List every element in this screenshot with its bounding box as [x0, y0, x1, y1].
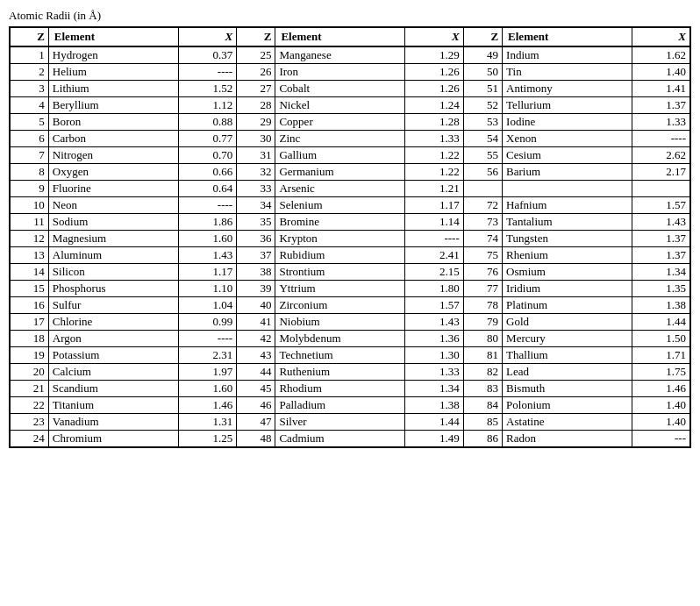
page-container: Atomic Radii (in Å) Z Element X Z Elemen… [9, 9, 691, 448]
atomic-number: 19 [10, 347, 48, 364]
atomic-radius: 1.26 [405, 64, 464, 81]
atomic-number: 25 [237, 46, 275, 64]
atomic-number: 39 [237, 281, 275, 297]
element-name: Tungsten [503, 231, 632, 247]
header-element2: Element [275, 27, 405, 46]
atomic-radius: 0.99 [178, 314, 237, 331]
atomic-number: 76 [463, 264, 502, 281]
atomic-radius: --- [632, 431, 690, 448]
atomic-number: 50 [463, 64, 502, 81]
element-name: Cobalt [275, 81, 405, 97]
element-name: Astatine [503, 414, 632, 431]
atomic-radius: ---- [632, 131, 690, 147]
header-x1: X [178, 27, 237, 46]
atomic-number: 77 [463, 281, 502, 297]
atomic-number: 35 [237, 214, 275, 231]
atomic-radius: 1.52 [178, 81, 237, 97]
atomic-number: 26 [237, 64, 275, 81]
table-row: 15Phosphorus1.1039Yttrium1.8077Iridium1.… [10, 281, 690, 297]
table-row: 17Chlorine0.9941Niobium1.4379Gold1.44 [10, 314, 690, 331]
element-name: Argon [48, 331, 178, 347]
atomic-radius: 1.33 [405, 364, 464, 381]
element-name: Radon [503, 431, 632, 448]
element-name: Germanium [275, 164, 405, 181]
atomic-radius: 1.12 [178, 97, 237, 114]
atomic-number: 9 [10, 181, 48, 197]
atomic-radius: 1.75 [632, 364, 690, 381]
atomic-number: 53 [463, 114, 502, 131]
atomic-number: 22 [10, 397, 48, 414]
atomic-radius: ---- [178, 64, 237, 81]
atomic-radius: 1.37 [632, 97, 690, 114]
element-name: Beryllium [48, 97, 178, 114]
atomic-number: 27 [237, 81, 275, 97]
atomic-number: 46 [237, 397, 275, 414]
element-name: Osmium [503, 264, 632, 281]
atomic-number: 80 [463, 331, 502, 347]
element-name: Titanium [48, 397, 178, 414]
table-row: 1Hydrogen0.3725Manganese1.2949Indium1.62 [10, 46, 690, 64]
atomic-radius: 0.88 [178, 114, 237, 131]
table-row: 8Oxygen0.6632Germanium1.2256Barium2.17 [10, 164, 690, 181]
atomic-radius: 0.66 [178, 164, 237, 181]
element-name: Mercury [503, 331, 632, 347]
element-name: Hafnium [503, 197, 632, 214]
table-row: 24Chromium1.2548Cadmium1.4986Radon--- [10, 431, 690, 448]
atomic-radius: 0.77 [178, 131, 237, 147]
atomic-number: 18 [10, 331, 48, 347]
atomic-number: 8 [10, 164, 48, 181]
atomic-radius: 1.31 [178, 414, 237, 431]
element-name: Carbon [48, 131, 178, 147]
atomic-number: 72 [463, 197, 502, 214]
atomic-radius [632, 181, 690, 197]
element-name: Manganese [275, 46, 405, 64]
atomic-number: 28 [237, 97, 275, 114]
atomic-number: 83 [463, 381, 502, 397]
element-name: Tin [503, 64, 632, 81]
element-name: Iridium [503, 281, 632, 297]
atomic-radii-table: Z Element X Z Element X Z Element X 1Hyd… [9, 26, 691, 448]
element-name: Platinum [503, 297, 632, 314]
table-row: 18Argon----42Molybdenum1.3680Mercury1.50 [10, 331, 690, 347]
atomic-number: 36 [237, 231, 275, 247]
element-name: Bromine [275, 214, 405, 231]
element-name: Rhodium [275, 381, 405, 397]
element-name: Cadmium [275, 431, 405, 448]
atomic-number: 30 [237, 131, 275, 147]
atomic-radius: 1.21 [405, 181, 464, 197]
element-name: Tantalium [503, 214, 632, 231]
table-row: 13Aluminum1.4337Rubidium2.4175Rhenium1.3… [10, 247, 690, 264]
element-name: Hydrogen [48, 46, 178, 64]
element-name: Rubidium [275, 247, 405, 264]
header-z1: Z [10, 27, 48, 46]
atomic-radius: 1.44 [632, 314, 690, 331]
element-name: Sulfur [48, 297, 178, 314]
element-name: Gold [503, 314, 632, 331]
atomic-radius: 1.71 [632, 347, 690, 364]
element-name: Vanadium [48, 414, 178, 431]
atomic-number: 10 [10, 197, 48, 214]
atomic-radius: 1.29 [405, 46, 464, 64]
header-z3: Z [463, 27, 502, 46]
element-name: Niobium [275, 314, 405, 331]
atomic-radius: 1.40 [632, 64, 690, 81]
header-z2: Z [237, 27, 275, 46]
atomic-radius: 1.37 [632, 231, 690, 247]
atomic-number: 11 [10, 214, 48, 231]
atomic-radius: 1.57 [632, 197, 690, 214]
atomic-radius: 1.33 [405, 131, 464, 147]
atomic-number: 43 [237, 347, 275, 364]
atomic-radius: 1.86 [178, 214, 237, 231]
atomic-radius: 1.24 [405, 97, 464, 114]
atomic-radius: 2.31 [178, 347, 237, 364]
table-row: 9Fluorine0.6433Arsenic1.21 [10, 181, 690, 197]
atomic-number: 48 [237, 431, 275, 448]
atomic-radius: 1.62 [632, 46, 690, 64]
atomic-number: 74 [463, 231, 502, 247]
atomic-number: 2 [10, 64, 48, 81]
element-name: Palladium [275, 397, 405, 414]
atomic-number: 23 [10, 414, 48, 431]
atomic-radius: 0.70 [178, 147, 237, 164]
element-name: Lead [503, 364, 632, 381]
element-name: Cesium [503, 147, 632, 164]
